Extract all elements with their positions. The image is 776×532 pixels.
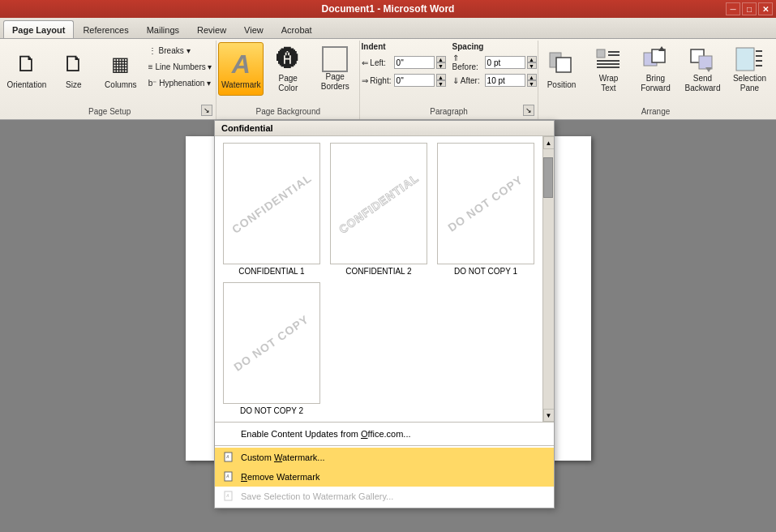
indent-label: Indent (362, 42, 446, 53)
position-button[interactable]: Position (538, 42, 584, 96)
selection-pane-icon (733, 45, 765, 74)
svg-rect-14 (736, 48, 754, 71)
svg-text:A: A (225, 454, 229, 459)
custom-watermark-label: Custom Watermark... (241, 453, 325, 462)
watermark-scroll-area: ▲ ▼ CONFIDENTIAL CONFIDENTIAL 1 (215, 136, 554, 422)
indent-left-input[interactable]: 0" (394, 56, 435, 69)
tab-review[interactable]: Review (188, 20, 235, 38)
send-backward-button[interactable]: Send Backward (680, 42, 725, 96)
remove-watermark-item[interactable]: A Remove Watermark (215, 467, 554, 487)
main-area: Confidential ▲ ▼ CONFIDENTIAL CONFIDENTI… (0, 120, 776, 532)
svg-text:A: A (225, 493, 229, 498)
indent-right-arrows: ▲ ▼ (436, 74, 446, 87)
watermark-dropdown: Confidential ▲ ▼ CONFIDENTIAL CONFIDENTI… (214, 120, 555, 508)
breaks-button[interactable]: ⋮ Breaks ▾ (145, 42, 216, 58)
watermark-item-do-not-copy1[interactable]: DO NOT COPY DO NOT COPY 1 (434, 141, 538, 277)
wrap-text-button[interactable]: Wrap Text (585, 42, 631, 96)
tab-page-layout[interactable]: Page Layout (3, 20, 74, 38)
size-icon: 🗋 (58, 48, 90, 80)
bring-forward-button[interactable]: Bring Forward (632, 42, 678, 96)
scroll-track: ▲ ▼ (542, 136, 554, 422)
watermark-text-do-not-copy2: DO NOT COPY (232, 312, 311, 374)
minimize-button[interactable]: ─ (726, 2, 740, 15)
maximize-button[interactable]: □ (742, 2, 757, 15)
watermark-text-confidential1: CONFIDENTIAL (229, 171, 314, 236)
watermark-item-confidential2[interactable]: CONFIDENTIAL CONFIDENTIAL 2 (327, 141, 431, 277)
indent-left-up[interactable]: ▲ (436, 56, 446, 62)
line-numbers-button[interactable]: ≡ Line Numbers ▾ (145, 58, 216, 75)
tab-acrobat[interactable]: Acrobat (272, 20, 321, 38)
spacing-label: Spacing (452, 42, 537, 53)
page-background-group: A Watermark 🅐 Page Color Page Borders Pa… (217, 41, 360, 119)
indent-right-down[interactable]: ▼ (436, 80, 446, 87)
watermark-text-do-not-copy1: DO NOT COPY (446, 173, 525, 234)
dropdown-footer: Enable Content Updates from Office.com..… (215, 422, 554, 508)
spacing-before-up[interactable]: ▲ (527, 56, 537, 62)
position-icon (545, 48, 577, 80)
spacing-section: Spacing ⇑ Before: 0 pt ▲ ▼ ⇓ After: 10 p… (452, 42, 537, 88)
scroll-up-arrow[interactable]: ▲ (543, 136, 555, 149)
svg-text:A: A (225, 474, 229, 478)
selection-pane-button[interactable]: Selection Pane (727, 42, 772, 96)
spacing-before-input[interactable]: 0 pt (485, 56, 525, 69)
spacing-after-up[interactable]: ▲ (527, 74, 537, 80)
watermark-icon: A (225, 48, 257, 80)
scroll-thumb[interactable] (543, 157, 553, 198)
svg-rect-9 (652, 49, 665, 62)
watermark-text-confidential2: CONFIDENTIAL (337, 171, 421, 236)
page-color-button[interactable]: 🅐 Page Color (265, 42, 311, 96)
indent-right-label: ⇒ Right: (362, 76, 392, 85)
watermark-item-confidential1[interactable]: CONFIDENTIAL CONFIDENTIAL 1 (220, 141, 324, 277)
hyphenation-button[interactable]: b⁻ Hyphenation ▾ (145, 75, 216, 91)
indent-right-row: ⇒ Right: 0" ▲ ▼ (362, 72, 446, 88)
watermark-preview-do-not-copy1: DO NOT COPY (437, 143, 534, 264)
enable-updates-icon (223, 427, 236, 440)
watermark-grid: CONFIDENTIAL CONFIDENTIAL 1 CONFIDENTIAL… (215, 136, 554, 422)
page-background-label: Page Background (256, 107, 321, 116)
watermark-label-do-not-copy2: DO NOT COPY 2 (240, 406, 303, 415)
custom-watermark-item[interactable]: A Custom Watermark... (215, 448, 554, 467)
indent-spacing: Indent ⇐ Left: 0" ▲ ▼ ⇒ Right: 0" ▲ (362, 42, 537, 88)
paragraph-expand[interactable]: ↘ (523, 105, 534, 116)
remove-watermark-label: Remove Watermark (241, 472, 319, 482)
spacing-before-label: ⇑ Before: (452, 54, 483, 71)
orientation-button[interactable]: 🗋 Orientation (4, 42, 49, 96)
enable-updates-item[interactable]: Enable Content Updates from Office.com..… (215, 424, 554, 444)
svg-rect-2 (597, 49, 605, 58)
tab-mailings[interactable]: Mailings (138, 20, 188, 38)
spacing-before-down[interactable]: ▼ (527, 62, 537, 69)
paragraph-group: Indent ⇐ Left: 0" ▲ ▼ ⇒ Right: 0" ▲ (360, 41, 538, 119)
tab-references[interactable]: References (74, 20, 137, 38)
indent-right-up[interactable]: ▲ (436, 74, 446, 80)
send-backward-icon (686, 45, 718, 74)
window-controls: ─ □ ✕ (726, 2, 773, 15)
spacing-after-input[interactable]: 10 pt (485, 74, 525, 87)
size-button[interactable]: 🗋 Size (51, 42, 96, 96)
title-bar: Document1 - Microsoft Word ─ □ ✕ (0, 0, 776, 18)
dropdown-header: Confidential (215, 121, 554, 136)
scroll-down-arrow[interactable]: ▼ (543, 409, 555, 422)
watermark-item-do-not-copy2[interactable]: DO NOT COPY DO NOT COPY 2 (220, 281, 324, 417)
page-setup-expand[interactable]: ↘ (201, 105, 212, 116)
columns-button[interactable]: ▦ Columns (98, 42, 144, 96)
svg-marker-13 (705, 67, 712, 72)
save-selection-label: Save Selection to Watermark Gallery... (241, 491, 393, 501)
ribbon: 🗋 Orientation 🗋 Size ▦ Columns ⋮ Breaks … (0, 39, 776, 120)
window-title: Document1 - Microsoft Word (322, 3, 455, 15)
page-borders-button[interactable]: Page Borders (312, 42, 358, 96)
orientation-icon: 🗋 (11, 48, 43, 80)
svg-rect-12 (699, 56, 712, 69)
indent-right-input[interactable]: 0" (394, 74, 435, 87)
tab-view[interactable]: View (235, 20, 272, 38)
indent-left-down[interactable]: ▼ (436, 62, 446, 69)
watermark-preview-confidential1: CONFIDENTIAL (223, 143, 320, 264)
spacing-after-down[interactable]: ▼ (527, 80, 537, 87)
spacing-after-arrows: ▲ ▼ (527, 74, 537, 87)
page-setup-label: Page Setup (88, 107, 131, 116)
columns-icon: ▦ (105, 48, 137, 80)
watermark-button[interactable]: A Watermark (218, 42, 264, 96)
page-setup-group: 🗋 Orientation 🗋 Size ▦ Columns ⋮ Breaks … (3, 41, 217, 119)
paragraph-label: Paragraph (430, 107, 468, 116)
close-button[interactable]: ✕ (758, 2, 773, 15)
watermark-label-confidential2: CONFIDENTIAL 2 (345, 267, 411, 276)
